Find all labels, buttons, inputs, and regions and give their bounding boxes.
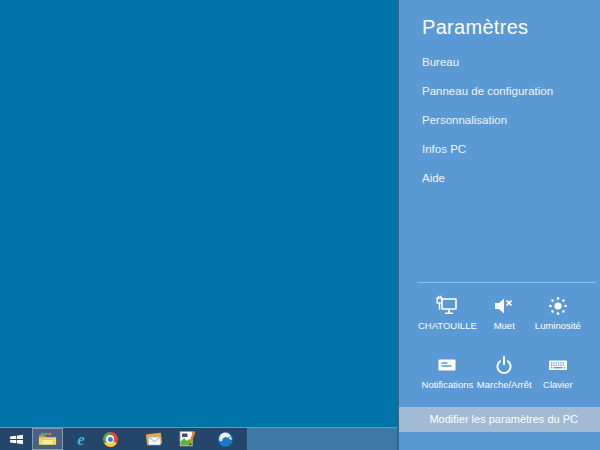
menu-item-infos-pc[interactable]: Infos PC: [399, 135, 600, 164]
change-pc-settings-link[interactable]: Modifier les paramètres du PC: [399, 407, 600, 432]
mail-icon: [144, 431, 164, 447]
tile-label: Marche/Arrêt: [477, 380, 532, 390]
quick-settings-tiles: CHATOUILLE Muet: [418, 294, 584, 390]
notifications-icon: [435, 353, 459, 377]
tile-label: Notifications: [422, 380, 474, 390]
menu-item-aide[interactable]: Aide: [399, 164, 600, 193]
tile-brightness[interactable]: Luminosité: [532, 294, 584, 331]
tile-label: Luminosité: [535, 321, 581, 331]
file-explorer-button[interactable]: [32, 428, 63, 450]
panel-divider: [417, 282, 596, 283]
file-explorer-icon: [38, 431, 57, 447]
brightness-icon: [546, 294, 570, 318]
start-button[interactable]: [3, 428, 29, 450]
internet-explorer-icon: e: [77, 431, 85, 448]
mail-button[interactable]: [142, 428, 165, 450]
tile-label: CHATOUILLE: [418, 321, 477, 331]
thunderbird-icon: [217, 431, 234, 448]
windows-start-icon: [8, 431, 25, 448]
keyboard-icon: [546, 353, 570, 377]
tile-notifications[interactable]: Notifications: [418, 353, 477, 390]
tile-mute[interactable]: Muet: [477, 294, 532, 331]
settings-menu: Bureau Panneau de configuration Personna…: [399, 48, 600, 193]
panel-title: Paramètres: [422, 16, 528, 39]
menu-item-panneau-de-configuration[interactable]: Panneau de configuration: [399, 77, 600, 106]
menu-item-bureau[interactable]: Bureau: [399, 48, 600, 77]
mute-icon: [492, 294, 516, 318]
photo-editor-button[interactable]: [176, 428, 199, 450]
network-icon: [435, 294, 459, 318]
tile-keyboard[interactable]: Clavier: [532, 353, 584, 390]
tile-power[interactable]: Marche/Arrêt: [477, 353, 532, 390]
tile-label: Muet: [494, 321, 515, 331]
menu-item-personnalisation[interactable]: Personnalisation: [399, 106, 600, 135]
google-chrome-icon: [103, 432, 118, 447]
internet-explorer-button[interactable]: e: [70, 428, 92, 450]
tile-label: Clavier: [543, 380, 573, 390]
taskbar: e: [0, 427, 397, 450]
google-chrome-button[interactable]: [99, 428, 121, 450]
tile-network[interactable]: CHATOUILLE: [418, 294, 477, 331]
power-icon: [492, 353, 516, 377]
photo-editor-icon: [179, 430, 196, 448]
thunderbird-button[interactable]: [214, 428, 237, 450]
desktop-background: e: [0, 0, 600, 450]
settings-charm-panel: Paramètres Bureau Panneau de configurati…: [397, 0, 600, 450]
